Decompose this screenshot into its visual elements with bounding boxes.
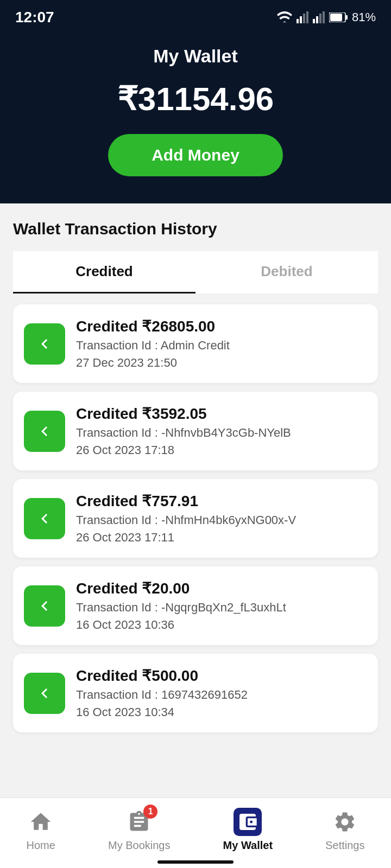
tx-date-3: 16 Oct 2023 10:36 bbox=[76, 618, 286, 632]
chevron-left-icon bbox=[35, 509, 54, 528]
transaction-card: Credited ₹3592.05 Transaction Id : -Nhfn… bbox=[13, 392, 378, 470]
wallet-balance: ₹31154.96 bbox=[11, 80, 380, 118]
home-icon bbox=[29, 810, 53, 834]
bookings-icon-wrap: 1 bbox=[125, 808, 153, 836]
nav-item-home[interactable]: Home bbox=[27, 808, 55, 852]
tx-date-1: 26 Oct 2023 17:18 bbox=[76, 443, 291, 457]
tx-amount-3: Credited ₹20.00 bbox=[76, 579, 286, 597]
battery-icon bbox=[329, 12, 348, 22]
header-title: My Wallet bbox=[11, 46, 380, 67]
tx-id-1: Transaction Id : -NhfnvbB4Y3cGb-NYelB bbox=[76, 426, 291, 440]
settings-icon-wrap bbox=[331, 808, 359, 836]
svg-rect-7 bbox=[323, 11, 325, 23]
nav-item-wallet[interactable]: My Wallet bbox=[223, 808, 273, 852]
chevron-left-icon bbox=[35, 596, 54, 616]
svg-rect-1 bbox=[300, 16, 302, 23]
tx-date-4: 16 Oct 2023 10:34 bbox=[76, 705, 248, 719]
wifi-icon bbox=[277, 11, 292, 23]
add-money-button[interactable]: Add Money bbox=[108, 134, 283, 176]
svg-rect-4 bbox=[313, 19, 315, 23]
nav-item-settings[interactable]: Settings bbox=[325, 808, 364, 852]
nav-label-home: Home bbox=[27, 839, 55, 852]
credit-icon-3 bbox=[24, 585, 65, 627]
battery-text: 81% bbox=[352, 10, 376, 24]
svg-rect-3 bbox=[306, 11, 308, 23]
tx-id-0: Transaction Id : Admin Credit bbox=[76, 339, 230, 353]
settings-icon bbox=[333, 810, 357, 834]
main-content: Wallet Transaction History Credited Debi… bbox=[0, 203, 391, 868]
credit-icon-2 bbox=[24, 498, 65, 539]
svg-rect-6 bbox=[319, 14, 321, 23]
credit-icon-0 bbox=[24, 323, 65, 365]
tx-amount-4: Credited ₹500.00 bbox=[76, 667, 248, 685]
svg-rect-0 bbox=[297, 19, 299, 23]
svg-rect-10 bbox=[330, 14, 342, 21]
tx-amount-0: Credited ₹26805.00 bbox=[76, 317, 230, 335]
wallet-icon bbox=[237, 810, 258, 834]
credit-icon-1 bbox=[24, 411, 65, 452]
tx-amount-1: Credited ₹3592.05 bbox=[76, 405, 291, 423]
tab-credited[interactable]: Credited bbox=[13, 251, 195, 293]
tabs: Credited Debited bbox=[13, 251, 378, 293]
home-icon-wrap bbox=[27, 808, 55, 836]
tx-amount-2: Credited ₹757.91 bbox=[76, 492, 296, 510]
wallet-icon-wrap bbox=[234, 808, 262, 836]
section-title: Wallet Transaction History bbox=[13, 220, 378, 238]
nav-item-bookings[interactable]: 1 My Bookings bbox=[108, 808, 171, 852]
tx-id-2: Transaction Id : -NhfmHn4bk6yxNG00x-V bbox=[76, 513, 296, 527]
tx-id-4: Transaction Id : 1697432691652 bbox=[76, 688, 248, 702]
nav-label-bookings: My Bookings bbox=[108, 839, 171, 852]
transaction-card: Credited ₹500.00 Transaction Id : 169743… bbox=[13, 654, 378, 732]
svg-rect-9 bbox=[345, 15, 348, 20]
transaction-card: Credited ₹20.00 Transaction Id : -NgqrgB… bbox=[13, 566, 378, 645]
status-time: 12:07 bbox=[15, 9, 54, 26]
bookings-badge: 1 bbox=[143, 805, 157, 819]
wallet-header: My Wallet ₹31154.96 Add Money bbox=[0, 33, 391, 203]
nav-label-wallet: My Wallet bbox=[223, 839, 273, 852]
transaction-card: Credited ₹26805.00 Transaction Id : Admi… bbox=[13, 304, 378, 383]
tx-date-0: 27 Dec 2023 21:50 bbox=[76, 356, 230, 370]
chevron-left-icon bbox=[35, 422, 54, 441]
signal-icon bbox=[297, 11, 308, 23]
svg-rect-2 bbox=[303, 14, 305, 23]
bottom-indicator bbox=[157, 860, 234, 864]
status-icons: 81% bbox=[277, 10, 376, 24]
chevron-left-icon bbox=[35, 684, 54, 703]
nav-label-settings: Settings bbox=[325, 839, 364, 852]
signal2-icon bbox=[313, 11, 325, 23]
tab-debited[interactable]: Debited bbox=[195, 251, 378, 293]
tx-id-3: Transaction Id : -NgqrgBqXn2_fL3uxhLt bbox=[76, 601, 286, 615]
transaction-card: Credited ₹757.91 Transaction Id : -NhfmH… bbox=[13, 479, 378, 558]
chevron-left-icon bbox=[35, 334, 54, 354]
svg-rect-5 bbox=[316, 16, 318, 23]
tx-date-2: 26 Oct 2023 17:11 bbox=[76, 531, 296, 545]
status-bar: 12:07 81% bbox=[0, 0, 391, 33]
credit-icon-4 bbox=[24, 673, 65, 714]
bottom-nav: Home 1 My Bookings My Wallet Settings bbox=[0, 797, 391, 868]
